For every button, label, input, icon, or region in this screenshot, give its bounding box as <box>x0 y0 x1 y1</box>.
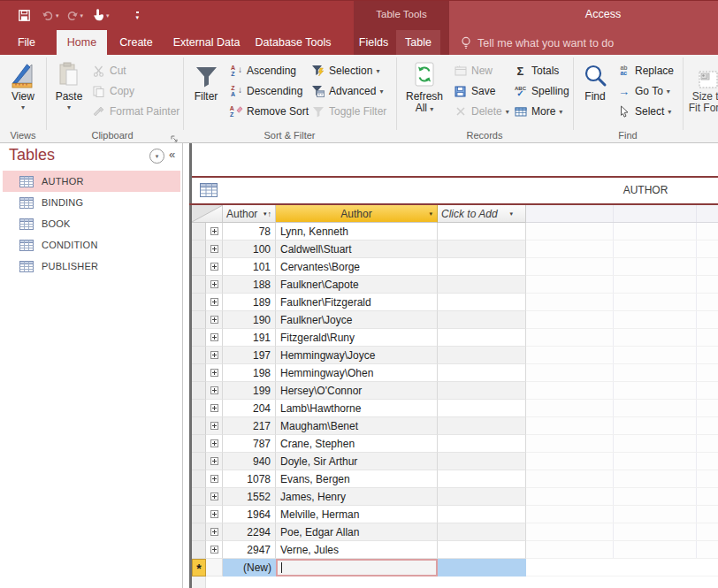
click-to-add-cell[interactable] <box>438 400 526 417</box>
author-name-cell[interactable]: Caldwell\Stuart <box>276 241 438 258</box>
record-selector[interactable] <box>192 506 206 523</box>
expand-cell[interactable] <box>206 453 223 470</box>
author-name-cell[interactable]: Faulkner\Fitzgerald <box>276 294 438 311</box>
new-record-click-to-add-cell[interactable] <box>438 559 526 577</box>
author-name-filter-caret-icon[interactable]: ▾ <box>429 210 432 218</box>
expand-plus-icon[interactable] <box>210 263 218 271</box>
author-name-cell[interactable]: Verne, Jules <box>276 541 438 559</box>
find-button[interactable]: Find <box>577 57 613 103</box>
author-id-cell[interactable]: 217 <box>223 417 276 435</box>
click-to-add-cell[interactable] <box>438 364 526 382</box>
nav-menu-button[interactable]: ▾ <box>149 149 164 164</box>
select-button[interactable]: Select ▾ <box>616 103 671 120</box>
click-to-add-cell[interactable] <box>438 541 526 559</box>
author-id-cell[interactable]: 191 <box>223 329 276 347</box>
click-to-add-cell[interactable] <box>438 258 526 276</box>
expand-cell[interactable] <box>206 258 223 276</box>
author-id-cell[interactable]: 100 <box>223 241 276 258</box>
expand-plus-icon[interactable] <box>210 369 218 377</box>
save-record-button[interactable]: Save <box>453 82 495 100</box>
expand-plus-icon[interactable] <box>210 280 218 288</box>
expand-plus-icon[interactable] <box>210 439 218 447</box>
nav-item-binding[interactable]: BINDING <box>3 192 180 213</box>
expand-cell[interactable] <box>206 488 223 506</box>
nav-pane-title[interactable]: Tables <box>9 146 55 164</box>
expand-cell[interactable] <box>206 329 223 347</box>
author-name-cell[interactable]: Poe, Edgar Allan <box>276 523 438 541</box>
click-to-add-cell[interactable] <box>438 470 526 488</box>
expand-plus-icon[interactable] <box>210 510 218 518</box>
expand-cell[interactable] <box>206 364 223 382</box>
author-name-cell[interactable]: Faulkner\Capote <box>276 276 438 294</box>
nav-item-publisher[interactable]: PUBLISHER <box>3 256 180 277</box>
record-selector[interactable] <box>192 541 206 559</box>
expand-cell[interactable] <box>206 435 223 453</box>
record-selector[interactable] <box>192 223 206 241</box>
tab-table[interactable]: Table <box>396 30 440 56</box>
click-to-add-cell[interactable] <box>438 347 526 364</box>
tab-file[interactable]: File <box>9 30 44 56</box>
author-id-cell[interactable]: 199 <box>223 382 276 400</box>
expand-cell[interactable] <box>206 470 223 488</box>
expand-plus-icon[interactable] <box>210 333 218 341</box>
click-to-add-cell[interactable] <box>438 311 526 329</box>
column-header-click-to-add[interactable]: Click to Add ▾ <box>438 205 526 223</box>
record-selector[interactable] <box>192 241 206 258</box>
record-selector[interactable] <box>192 417 206 435</box>
author-name-cell[interactable]: James, Henry <box>276 488 438 506</box>
click-to-add-cell[interactable] <box>438 329 526 347</box>
view-dropdown-caret-icon[interactable]: ▾ <box>21 104 25 111</box>
tab-database-tools[interactable]: Database Tools <box>251 30 335 56</box>
record-selector[interactable] <box>192 258 206 276</box>
filter-button[interactable]: Filter <box>187 57 225 103</box>
expand-cell[interactable] <box>206 294 223 311</box>
remove-sort-button[interactable]: AZ Remove Sort <box>228 103 309 120</box>
click-to-add-cell[interactable] <box>438 223 526 241</box>
author-name-cell[interactable]: Maugham\Benet <box>276 417 438 435</box>
expand-cell[interactable] <box>206 382 223 400</box>
expand-cell[interactable] <box>206 506 223 523</box>
clipboard-dialog-launcher-icon[interactable] <box>171 131 179 143</box>
author-id-cell[interactable]: 2294 <box>223 523 276 541</box>
expand-plus-icon[interactable] <box>210 404 218 412</box>
author-id-cell[interactable]: 1552 <box>223 488 276 506</box>
click-to-add-cell[interactable] <box>438 506 526 523</box>
click-to-add-cell[interactable] <box>438 417 526 435</box>
author-id-cell[interactable]: 1078 <box>223 470 276 488</box>
advanced-button[interactable]: Advanced ▾ <box>310 82 383 100</box>
expand-plus-icon[interactable] <box>210 528 218 536</box>
new-record-active-cell[interactable] <box>276 559 438 577</box>
new-record-selector[interactable]: * <box>192 559 206 577</box>
expand-plus-icon[interactable] <box>210 546 218 554</box>
customize-qat-icon[interactable]: ▾ <box>136 11 140 20</box>
author-id-cell[interactable]: 78 <box>223 223 276 241</box>
expand-cell[interactable] <box>206 541 223 559</box>
replace-button[interactable]: ab ac Replace <box>616 62 674 80</box>
column-header-author-name[interactable]: Author ▾ <box>276 205 438 223</box>
more-button[interactable]: More ▾ <box>513 103 562 120</box>
ascending-button[interactable]: AZ↓ Ascending <box>228 62 296 80</box>
expand-plus-icon[interactable] <box>210 316 218 324</box>
new-record-id-cell[interactable]: (New) <box>223 559 276 577</box>
column-header-author-id[interactable]: Author ▾↑ <box>223 205 276 223</box>
document-tab-title[interactable]: AUTHOR <box>601 184 690 196</box>
refresh-all-button[interactable]: Refresh All ▾ <box>400 57 449 114</box>
author-id-cell[interactable]: 204 <box>223 400 276 417</box>
author-name-cell[interactable]: Evans, Bergen <box>276 470 438 488</box>
record-selector[interactable] <box>192 488 206 506</box>
descending-button[interactable]: ZA↓ Descending <box>228 82 302 100</box>
nav-item-book[interactable]: BOOK <box>3 213 180 234</box>
author-name-cell[interactable]: Melville, Herman <box>276 506 438 523</box>
author-id-cell[interactable]: 189 <box>223 294 276 311</box>
record-selector[interactable] <box>192 294 206 311</box>
author-name-cell[interactable]: Lynn, Kenneth <box>276 223 438 241</box>
expand-cell[interactable] <box>206 347 223 364</box>
author-name-cell[interactable]: Lamb\Hawthorne <box>276 400 438 417</box>
author-id-cell[interactable]: 190 <box>223 311 276 329</box>
expand-cell[interactable] <box>206 276 223 294</box>
expand-cell[interactable] <box>206 417 223 435</box>
click-to-add-cell[interactable] <box>438 294 526 311</box>
record-selector[interactable] <box>192 435 206 453</box>
click-to-add-cell[interactable] <box>438 523 526 541</box>
record-selector[interactable] <box>192 382 206 400</box>
